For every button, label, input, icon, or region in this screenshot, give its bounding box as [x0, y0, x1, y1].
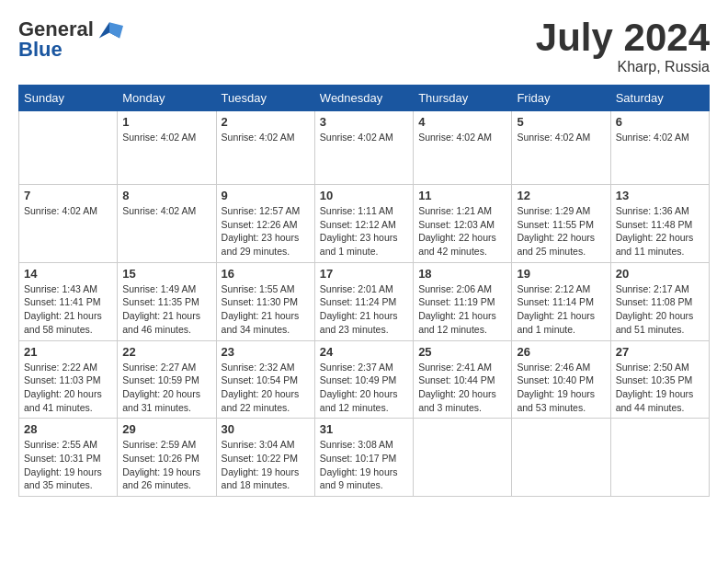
day-number: 25: [418, 345, 506, 359]
logo-bird-icon: [96, 18, 123, 41]
calendar-cell: 27Sunrise: 2:50 AM Sunset: 10:35 PM Dayl…: [610, 340, 709, 419]
day-number: 18: [418, 267, 506, 281]
calendar-cell: [19, 111, 118, 185]
day-info: Sunrise: 2:22 AM Sunset: 11:03 PM Daylig…: [24, 361, 112, 415]
calendar-cell: 14Sunrise: 1:43 AM Sunset: 11:41 PM Dayl…: [19, 262, 118, 340]
day-number: 7: [24, 189, 112, 202]
calendar-cell: 4Sunrise: 4:02 AM: [414, 111, 512, 185]
day-info: Sunrise: 2:17 AM Sunset: 11:08 PM Daylig…: [616, 282, 704, 337]
title-block: July 2024 Kharp, Russia: [536, 18, 710, 75]
day-info: Sunrise: 4:02 AM: [122, 131, 210, 144]
day-number: 14: [24, 267, 112, 281]
day-number: 3: [320, 115, 408, 129]
day-info: Sunrise: 12:57 AM Sunset: 12:26 AM Dayli…: [222, 204, 310, 259]
day-number: 22: [122, 345, 210, 359]
day-number: 5: [517, 115, 605, 129]
svg-marker-1: [109, 22, 123, 38]
calendar-cell: 31Sunrise: 3:08 AM Sunset: 10:17 PM Dayl…: [314, 419, 413, 497]
day-info: Sunrise: 2:32 AM Sunset: 10:54 PM Daylig…: [222, 361, 310, 415]
calendar-cell: 16Sunrise: 1:55 AM Sunset: 11:30 PM Dayl…: [216, 262, 314, 340]
calendar-cell: [610, 419, 709, 497]
calendar-cell: 9Sunrise: 12:57 AM Sunset: 12:26 AM Dayl…: [216, 185, 314, 263]
day-info: Sunrise: 4:02 AM: [418, 131, 506, 144]
day-number: 26: [517, 345, 605, 359]
weekday-header: Friday: [512, 86, 610, 111]
day-info: Sunrise: 4:02 AM: [320, 131, 408, 144]
calendar-week-row: 28Sunrise: 2:55 AM Sunset: 10:31 PM Dayl…: [19, 419, 710, 497]
calendar-cell: 25Sunrise: 2:41 AM Sunset: 10:44 PM Dayl…: [414, 340, 512, 419]
calendar-cell: [512, 419, 610, 497]
day-info: Sunrise: 1:29 AM Sunset: 11:55 PM Daylig…: [517, 204, 605, 259]
day-number: 13: [616, 189, 704, 202]
calendar-week-row: 1Sunrise: 4:02 AM2Sunrise: 4:02 AM3Sunri…: [19, 111, 710, 185]
calendar-cell: 13Sunrise: 1:36 AM Sunset: 11:48 PM Dayl…: [610, 185, 709, 263]
day-info: Sunrise: 2:59 AM Sunset: 10:26 PM Daylig…: [122, 438, 210, 492]
day-info: Sunrise: 2:55 AM Sunset: 10:31 PM Daylig…: [24, 438, 112, 492]
calendar-week-row: 7Sunrise: 4:02 AM8Sunrise: 4:02 AM9Sunri…: [19, 185, 710, 263]
calendar-cell: 17Sunrise: 2:01 AM Sunset: 11:24 PM Dayl…: [314, 262, 413, 340]
calendar-cell: 12Sunrise: 1:29 AM Sunset: 11:55 PM Dayl…: [512, 185, 610, 263]
day-number: 4: [418, 115, 506, 129]
day-info: Sunrise: 1:21 AM Sunset: 12:03 AM Daylig…: [418, 204, 506, 259]
day-number: 15: [122, 267, 210, 281]
weekday-header: Tuesday: [216, 86, 314, 111]
day-number: 8: [122, 189, 210, 202]
day-info: Sunrise: 2:27 AM Sunset: 10:59 PM Daylig…: [122, 361, 210, 415]
day-info: Sunrise: 1:36 AM Sunset: 11:48 PM Daylig…: [616, 204, 704, 259]
page-header: General Blue July 2024 Kharp, Russia: [18, 18, 710, 75]
calendar-cell: 26Sunrise: 2:46 AM Sunset: 10:40 PM Dayl…: [512, 340, 610, 419]
calendar-cell: 30Sunrise: 3:04 AM Sunset: 10:22 PM Dayl…: [216, 419, 314, 497]
day-info: Sunrise: 3:08 AM Sunset: 10:17 PM Daylig…: [320, 438, 408, 492]
day-info: Sunrise: 4:02 AM: [517, 131, 605, 144]
calendar-cell: 22Sunrise: 2:27 AM Sunset: 10:59 PM Dayl…: [118, 340, 216, 419]
weekday-header: Thursday: [414, 86, 512, 111]
day-info: Sunrise: 2:06 AM Sunset: 11:19 PM Daylig…: [418, 282, 506, 337]
calendar-cell: 24Sunrise: 2:37 AM Sunset: 10:49 PM Dayl…: [314, 340, 413, 419]
calendar-week-row: 21Sunrise: 2:22 AM Sunset: 11:03 PM Dayl…: [19, 340, 710, 419]
logo: General Blue: [18, 18, 123, 62]
day-number: 28: [24, 422, 112, 436]
day-info: Sunrise: 2:50 AM Sunset: 10:35 PM Daylig…: [616, 361, 704, 415]
location-title: Kharp, Russia: [536, 59, 710, 75]
month-title: July 2024: [536, 18, 710, 57]
day-number: 17: [320, 267, 408, 281]
calendar-cell: 29Sunrise: 2:59 AM Sunset: 10:26 PM Dayl…: [118, 419, 216, 497]
day-info: Sunrise: 4:02 AM: [222, 131, 310, 144]
day-number: 9: [222, 189, 310, 202]
day-info: Sunrise: 1:55 AM Sunset: 11:30 PM Daylig…: [222, 282, 310, 337]
calendar-cell: 11Sunrise: 1:21 AM Sunset: 12:03 AM Dayl…: [414, 185, 512, 263]
calendar-cell: 23Sunrise: 2:32 AM Sunset: 10:54 PM Dayl…: [216, 340, 314, 419]
day-number: 11: [418, 189, 506, 202]
calendar-cell: 5Sunrise: 4:02 AM: [512, 111, 610, 185]
day-info: Sunrise: 4:02 AM: [122, 204, 210, 218]
day-number: 24: [320, 345, 408, 359]
weekday-header: Sunday: [19, 86, 118, 111]
day-number: 20: [616, 267, 704, 281]
calendar-cell: 3Sunrise: 4:02 AM: [314, 111, 413, 185]
calendar-cell: 20Sunrise: 2:17 AM Sunset: 11:08 PM Dayl…: [610, 262, 709, 340]
calendar-cell: 15Sunrise: 1:49 AM Sunset: 11:35 PM Dayl…: [118, 262, 216, 340]
calendar-cell: 19Sunrise: 2:12 AM Sunset: 11:14 PM Dayl…: [512, 262, 610, 340]
day-info: Sunrise: 4:02 AM: [24, 204, 112, 218]
day-number: 21: [24, 345, 112, 359]
calendar-cell: 7Sunrise: 4:02 AM: [19, 185, 118, 263]
calendar-cell: 2Sunrise: 4:02 AM: [216, 111, 314, 185]
day-number: 1: [122, 115, 210, 129]
calendar-week-row: 14Sunrise: 1:43 AM Sunset: 11:41 PM Dayl…: [19, 262, 710, 340]
calendar-cell: 18Sunrise: 2:06 AM Sunset: 11:19 PM Dayl…: [414, 262, 512, 340]
calendar-table: SundayMondayTuesdayWednesdayThursdayFrid…: [18, 85, 710, 497]
calendar-cell: 10Sunrise: 1:11 AM Sunset: 12:12 AM Dayl…: [314, 185, 413, 263]
calendar-cell: 28Sunrise: 2:55 AM Sunset: 10:31 PM Dayl…: [19, 419, 118, 497]
day-info: Sunrise: 2:41 AM Sunset: 10:44 PM Daylig…: [418, 361, 506, 415]
day-info: Sunrise: 2:12 AM Sunset: 11:14 PM Daylig…: [517, 282, 605, 337]
day-number: 12: [517, 189, 605, 202]
day-number: 23: [222, 345, 310, 359]
calendar-cell: [414, 419, 512, 497]
weekday-header: Monday: [118, 86, 216, 111]
day-number: 10: [320, 189, 408, 202]
weekday-header: Saturday: [610, 86, 709, 111]
day-info: Sunrise: 4:02 AM: [616, 131, 704, 144]
day-number: 2: [222, 115, 310, 129]
day-number: 29: [122, 422, 210, 436]
weekday-header-row: SundayMondayTuesdayWednesdayThursdayFrid…: [19, 86, 710, 111]
